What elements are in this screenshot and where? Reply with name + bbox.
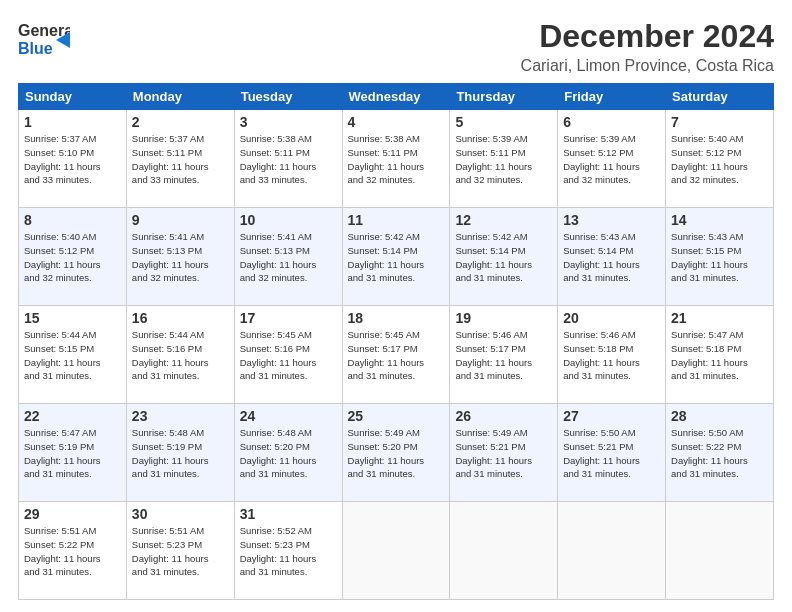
calendar-week-5: 29Sunrise: 5:51 AMSunset: 5:22 PMDayligh… (19, 502, 774, 600)
day-number: 20 (563, 310, 660, 326)
day-info: Sunrise: 5:39 AMSunset: 5:11 PMDaylight:… (455, 132, 552, 187)
day-number: 17 (240, 310, 337, 326)
day-info: Sunrise: 5:50 AMSunset: 5:22 PMDaylight:… (671, 426, 768, 481)
calendar-cell: 8Sunrise: 5:40 AMSunset: 5:12 PMDaylight… (19, 208, 127, 306)
calendar-cell: 11Sunrise: 5:42 AMSunset: 5:14 PMDayligh… (342, 208, 450, 306)
calendar-cell: 1Sunrise: 5:37 AMSunset: 5:10 PMDaylight… (19, 110, 127, 208)
day-number: 22 (24, 408, 121, 424)
day-number: 4 (348, 114, 445, 130)
location-subtitle: Cariari, Limon Province, Costa Rica (521, 57, 774, 75)
day-number: 26 (455, 408, 552, 424)
calendar-cell: 29Sunrise: 5:51 AMSunset: 5:22 PMDayligh… (19, 502, 127, 600)
day-info: Sunrise: 5:45 AMSunset: 5:16 PMDaylight:… (240, 328, 337, 383)
day-info: Sunrise: 5:49 AMSunset: 5:20 PMDaylight:… (348, 426, 445, 481)
calendar-cell (450, 502, 558, 600)
day-number: 15 (24, 310, 121, 326)
day-number: 12 (455, 212, 552, 228)
day-info: Sunrise: 5:52 AMSunset: 5:23 PMDaylight:… (240, 524, 337, 579)
calendar-cell: 3Sunrise: 5:38 AMSunset: 5:11 PMDaylight… (234, 110, 342, 208)
day-info: Sunrise: 5:47 AMSunset: 5:19 PMDaylight:… (24, 426, 121, 481)
header-thursday: Thursday (450, 84, 558, 110)
calendar-cell: 10Sunrise: 5:41 AMSunset: 5:13 PMDayligh… (234, 208, 342, 306)
calendar-cell: 16Sunrise: 5:44 AMSunset: 5:16 PMDayligh… (126, 306, 234, 404)
day-info: Sunrise: 5:37 AMSunset: 5:11 PMDaylight:… (132, 132, 229, 187)
day-info: Sunrise: 5:48 AMSunset: 5:19 PMDaylight:… (132, 426, 229, 481)
calendar-cell: 13Sunrise: 5:43 AMSunset: 5:14 PMDayligh… (558, 208, 666, 306)
day-info: Sunrise: 5:40 AMSunset: 5:12 PMDaylight:… (24, 230, 121, 285)
day-number: 9 (132, 212, 229, 228)
day-number: 27 (563, 408, 660, 424)
day-info: Sunrise: 5:42 AMSunset: 5:14 PMDaylight:… (455, 230, 552, 285)
calendar-cell: 5Sunrise: 5:39 AMSunset: 5:11 PMDaylight… (450, 110, 558, 208)
day-number: 25 (348, 408, 445, 424)
calendar-cell (342, 502, 450, 600)
day-number: 3 (240, 114, 337, 130)
day-number: 18 (348, 310, 445, 326)
day-info: Sunrise: 5:46 AMSunset: 5:18 PMDaylight:… (563, 328, 660, 383)
calendar-cell: 19Sunrise: 5:46 AMSunset: 5:17 PMDayligh… (450, 306, 558, 404)
logo: General Blue (18, 18, 70, 60)
calendar-cell: 23Sunrise: 5:48 AMSunset: 5:19 PMDayligh… (126, 404, 234, 502)
header-friday: Friday (558, 84, 666, 110)
day-info: Sunrise: 5:39 AMSunset: 5:12 PMDaylight:… (563, 132, 660, 187)
day-info: Sunrise: 5:51 AMSunset: 5:22 PMDaylight:… (24, 524, 121, 579)
day-info: Sunrise: 5:44 AMSunset: 5:15 PMDaylight:… (24, 328, 121, 383)
header: General Blue December 2024 Cariari, Limo… (18, 18, 774, 75)
day-number: 19 (455, 310, 552, 326)
calendar-cell: 2Sunrise: 5:37 AMSunset: 5:11 PMDaylight… (126, 110, 234, 208)
day-number: 2 (132, 114, 229, 130)
day-info: Sunrise: 5:41 AMSunset: 5:13 PMDaylight:… (240, 230, 337, 285)
day-info: Sunrise: 5:41 AMSunset: 5:13 PMDaylight:… (132, 230, 229, 285)
day-number: 6 (563, 114, 660, 130)
calendar-cell: 21Sunrise: 5:47 AMSunset: 5:18 PMDayligh… (666, 306, 774, 404)
day-info: Sunrise: 5:44 AMSunset: 5:16 PMDaylight:… (132, 328, 229, 383)
day-number: 8 (24, 212, 121, 228)
day-number: 1 (24, 114, 121, 130)
calendar-cell: 18Sunrise: 5:45 AMSunset: 5:17 PMDayligh… (342, 306, 450, 404)
header-saturday: Saturday (666, 84, 774, 110)
day-info: Sunrise: 5:43 AMSunset: 5:15 PMDaylight:… (671, 230, 768, 285)
calendar-cell: 28Sunrise: 5:50 AMSunset: 5:22 PMDayligh… (666, 404, 774, 502)
calendar-cell: 30Sunrise: 5:51 AMSunset: 5:23 PMDayligh… (126, 502, 234, 600)
calendar-cell: 22Sunrise: 5:47 AMSunset: 5:19 PMDayligh… (19, 404, 127, 502)
day-info: Sunrise: 5:47 AMSunset: 5:18 PMDaylight:… (671, 328, 768, 383)
header-wednesday: Wednesday (342, 84, 450, 110)
calendar-page: General Blue December 2024 Cariari, Limo… (0, 0, 792, 612)
calendar-cell: 31Sunrise: 5:52 AMSunset: 5:23 PMDayligh… (234, 502, 342, 600)
day-info: Sunrise: 5:48 AMSunset: 5:20 PMDaylight:… (240, 426, 337, 481)
day-number: 28 (671, 408, 768, 424)
day-number: 21 (671, 310, 768, 326)
day-info: Sunrise: 5:43 AMSunset: 5:14 PMDaylight:… (563, 230, 660, 285)
day-info: Sunrise: 5:49 AMSunset: 5:21 PMDaylight:… (455, 426, 552, 481)
day-number: 13 (563, 212, 660, 228)
header-tuesday: Tuesday (234, 84, 342, 110)
calendar-cell: 25Sunrise: 5:49 AMSunset: 5:20 PMDayligh… (342, 404, 450, 502)
day-info: Sunrise: 5:45 AMSunset: 5:17 PMDaylight:… (348, 328, 445, 383)
day-number: 7 (671, 114, 768, 130)
calendar-cell: 27Sunrise: 5:50 AMSunset: 5:21 PMDayligh… (558, 404, 666, 502)
calendar-cell: 15Sunrise: 5:44 AMSunset: 5:15 PMDayligh… (19, 306, 127, 404)
calendar-header-row: Sunday Monday Tuesday Wednesday Thursday… (19, 84, 774, 110)
svg-text:Blue: Blue (18, 40, 53, 57)
calendar-cell (558, 502, 666, 600)
day-number: 24 (240, 408, 337, 424)
day-number: 11 (348, 212, 445, 228)
day-number: 31 (240, 506, 337, 522)
calendar-cell: 20Sunrise: 5:46 AMSunset: 5:18 PMDayligh… (558, 306, 666, 404)
calendar-cell: 6Sunrise: 5:39 AMSunset: 5:12 PMDaylight… (558, 110, 666, 208)
day-number: 29 (24, 506, 121, 522)
header-sunday: Sunday (19, 84, 127, 110)
day-info: Sunrise: 5:38 AMSunset: 5:11 PMDaylight:… (240, 132, 337, 187)
calendar-week-1: 1Sunrise: 5:37 AMSunset: 5:10 PMDaylight… (19, 110, 774, 208)
day-info: Sunrise: 5:40 AMSunset: 5:12 PMDaylight:… (671, 132, 768, 187)
month-year-title: December 2024 (521, 18, 774, 55)
calendar-cell: 12Sunrise: 5:42 AMSunset: 5:14 PMDayligh… (450, 208, 558, 306)
calendar-week-2: 8Sunrise: 5:40 AMSunset: 5:12 PMDaylight… (19, 208, 774, 306)
calendar-cell: 24Sunrise: 5:48 AMSunset: 5:20 PMDayligh… (234, 404, 342, 502)
day-info: Sunrise: 5:37 AMSunset: 5:10 PMDaylight:… (24, 132, 121, 187)
calendar-cell (666, 502, 774, 600)
logo-icon: General Blue (18, 18, 70, 60)
svg-text:General: General (18, 22, 70, 39)
day-number: 5 (455, 114, 552, 130)
day-number: 30 (132, 506, 229, 522)
